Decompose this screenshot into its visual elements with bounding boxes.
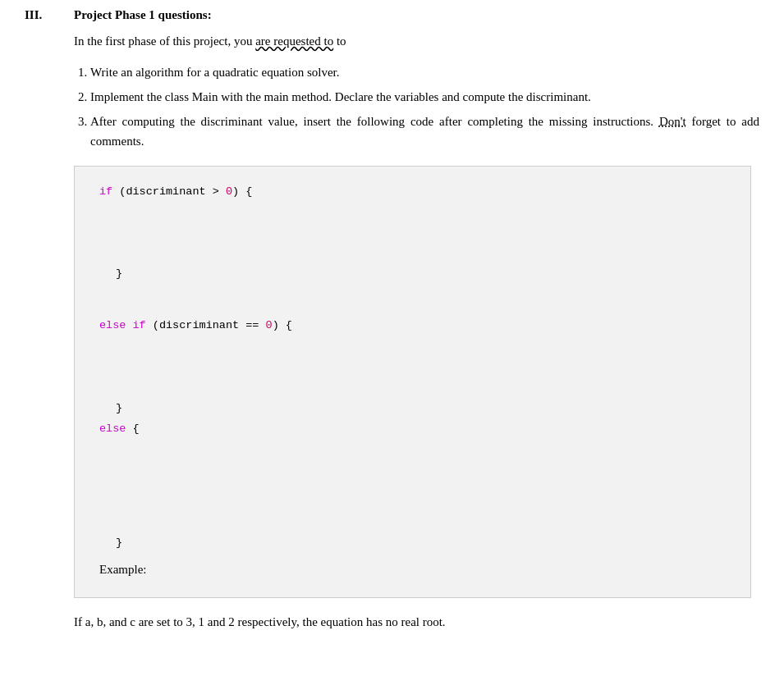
code-line-close-1: }: [99, 265, 726, 284]
intro-text-wave: are requested to: [255, 34, 333, 48]
spacer-6: [99, 441, 726, 472]
list-item-3: After computing the discriminant value, …: [90, 112, 759, 151]
code-line-2: else if (discriminant == 0) {: [99, 317, 726, 336]
code-line-close-2: }: [99, 400, 726, 418]
spacer-7: [99, 472, 726, 503]
intro-text-after: to: [333, 34, 346, 48]
footer-paragraph: If a, b, and c are set to 3, 1 and 2 res…: [74, 613, 759, 632]
code-line-close-3: }: [99, 534, 726, 553]
val-0-1: 0: [226, 185, 232, 198]
kw-else-2: else: [99, 422, 126, 435]
code-line-1: if (discriminant > 0) {: [99, 183, 726, 202]
val-0-2: 0: [266, 319, 273, 331]
list-item-3-text: After computing the discriminant value, …: [90, 115, 759, 148]
code-block: if (discriminant > 0) { } else if (discr…: [74, 166, 751, 598]
list-item-2-text: Implement the class Main with the main m…: [90, 90, 591, 103]
spacer-8: [99, 503, 726, 534]
example-label: Example:: [99, 560, 726, 581]
spacer-1: [99, 203, 726, 234]
spacer-5: [99, 368, 726, 400]
kw-else-1: else: [99, 319, 126, 331]
intro-text-before: In the first phase of this project, you: [74, 34, 255, 48]
task-list: Write an algorithm for a quadratic equat…: [90, 62, 759, 151]
dont-text: Don't: [659, 115, 686, 128]
spacer-2: [99, 234, 726, 265]
intro-paragraph: In the first phase of this project, you …: [74, 32, 759, 51]
kw-if-1: if: [99, 185, 112, 198]
section-title: Project Phase 1 questions:: [74, 8, 212, 22]
list-item-1-text: Write an algorithm for a quadratic equat…: [90, 66, 339, 79]
code-line-3: else {: [99, 420, 726, 439]
list-item-2: Implement the class Main with the main m…: [90, 87, 759, 107]
kw-if-2: if: [133, 319, 146, 331]
list-item-1: Write an algorithm for a quadratic equat…: [90, 62, 759, 82]
spacer-4: [99, 337, 726, 368]
section-number: III.: [25, 8, 74, 22]
spacer-3: [99, 285, 726, 317]
section-header: III. Project Phase 1 questions:: [25, 8, 759, 22]
